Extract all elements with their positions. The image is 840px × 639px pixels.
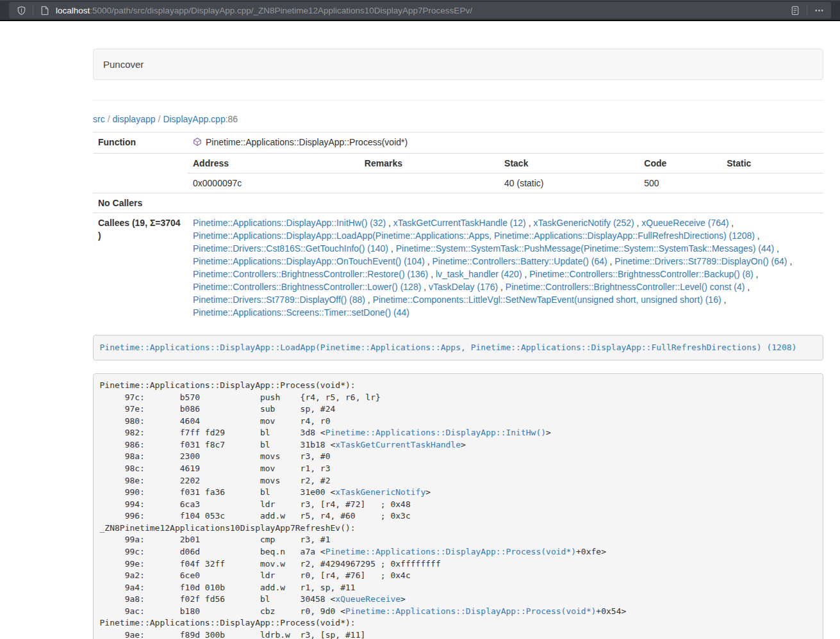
- app-title: Puncover: [103, 59, 144, 70]
- callee-separator: ,: [607, 256, 615, 266]
- code-symbol-link[interactable]: Pinetime::Applications::DisplayApp::Proc…: [325, 547, 576, 556]
- url-text: localhost:5000/path/src/displayapp/Displ…: [56, 6, 472, 15]
- function-stats-row: Address Remarks Stack Code Static 0x0000…: [93, 154, 823, 193]
- callees-list: Pinetime::Applications::DisplayApp::Init…: [188, 213, 823, 323]
- callee-separator: ,: [526, 218, 534, 228]
- callee-separator: ,: [745, 282, 750, 292]
- callee-separator: ,: [721, 295, 727, 305]
- callee-separator: ,: [522, 269, 530, 279]
- divider: [93, 100, 823, 101]
- page-icon[interactable]: [39, 4, 51, 16]
- address-value: 0x0000097c: [188, 174, 359, 193]
- callee-link[interactable]: xTaskGenericNotify (252): [533, 218, 634, 228]
- function-stats-table: Address Remarks Stack Code Static 0x0000…: [188, 154, 823, 193]
- code-value: 500: [639, 174, 721, 193]
- code-symbol-link[interactable]: xTaskGenericNotify: [335, 487, 425, 497]
- function-table: Function Pinetime::Applications::Display…: [93, 132, 823, 322]
- remarks-header: Remarks: [359, 154, 499, 174]
- callee-separator: ,: [729, 218, 734, 228]
- callee-separator: ,: [754, 269, 759, 279]
- breadcrumb-line-number: :86: [226, 114, 238, 124]
- breadcrumb-displayapp-link[interactable]: displayapp: [113, 114, 156, 124]
- callee-link[interactable]: Pinetime::Controllers::BrightnessControl…: [193, 269, 428, 279]
- breadcrumb: src/displayapp/DisplayApp.cpp:86: [93, 113, 823, 125]
- browser-toolbar: localhost:5000/path/src/displayapp/Displ…: [0, 0, 840, 21]
- callee-link[interactable]: xQueueReceive (764): [641, 218, 729, 228]
- code-symbol-link[interactable]: Pinetime::Applications::DisplayApp::Proc…: [345, 606, 596, 616]
- code-symbol-link[interactable]: Pinetime::Applications::DisplayApp::Init…: [325, 428, 546, 437]
- callee-link[interactable]: lv_task_handler (420): [436, 269, 522, 279]
- address-bar[interactable]: localhost:5000/path/src/displayapp/Displ…: [9, 2, 831, 19]
- callee-separator: ,: [421, 282, 429, 292]
- address-header: Address: [188, 154, 359, 174]
- breadcrumb-src-link[interactable]: src: [93, 114, 105, 124]
- callee-link[interactable]: xTaskGetCurrentTaskHandle (12): [393, 218, 526, 228]
- no-callers-label: No Callers: [93, 193, 188, 213]
- more-menu-icon[interactable]: [813, 4, 825, 16]
- function-row-label: Function: [93, 133, 188, 154]
- loadapp-link[interactable]: Pinetime::Applications::DisplayApp::Load…: [100, 343, 797, 352]
- breadcrumb-separator: /: [108, 114, 110, 124]
- package-cube-icon: [193, 137, 202, 150]
- remarks-value: [359, 174, 499, 193]
- callee-separator: ,: [787, 256, 793, 266]
- static-header: Static: [721, 154, 823, 174]
- code-header: Code: [639, 154, 721, 174]
- callee-separator: ,: [388, 243, 396, 254]
- callee-separator: ,: [634, 218, 642, 228]
- stack-header: Stack: [499, 154, 639, 174]
- callees-label: Callees (19, Σ=3704 ): [93, 213, 188, 323]
- breadcrumb-separator: /: [158, 114, 161, 124]
- shield-icon[interactable]: [15, 4, 27, 16]
- callees-row: Callees (19, Σ=3704 ) Pinetime::Applicat…: [93, 213, 823, 323]
- code-symbol-link[interactable]: xTaskGetCurrentTaskHandle: [335, 440, 461, 449]
- function-row: Function Pinetime::Applications::Display…: [93, 133, 823, 154]
- callee-link[interactable]: Pinetime::Applications::DisplayApp::Load…: [193, 231, 755, 241]
- no-callers-row: No Callers: [93, 193, 823, 213]
- callee-link[interactable]: Pinetime::Drivers::St7789::DisplayOn() (…: [614, 256, 787, 266]
- highlighted-callee-box: Pinetime::Applications::DisplayApp::Load…: [93, 335, 823, 360]
- callee-separator: ,: [774, 243, 779, 254]
- callee-link[interactable]: Pinetime::Controllers::Battery::Update()…: [432, 256, 607, 266]
- callee-link[interactable]: vTaskDelay (176): [429, 282, 498, 292]
- app-header-panel: Puncover: [93, 49, 823, 80]
- function-name: Pinetime::Applications::DisplayApp::Proc…: [206, 136, 408, 149]
- callee-link[interactable]: Pinetime::Drivers::St7789::DisplayOff() …: [193, 295, 365, 305]
- callee-link[interactable]: Pinetime::Applications::Screens::Timer::…: [193, 307, 409, 318]
- disassembly-listing: Pinetime::Applications::DisplayApp::Proc…: [93, 373, 823, 639]
- callee-link[interactable]: Pinetime::System::SystemTask::PushMessag…: [396, 243, 775, 254]
- toolbar-separator: [807, 5, 807, 15]
- static-value: [721, 174, 823, 193]
- callee-separator: ,: [498, 282, 506, 292]
- callee-link[interactable]: Pinetime::Controllers::BrightnessControl…: [506, 282, 745, 292]
- breadcrumb-file-link[interactable]: DisplayApp.cpp: [163, 114, 225, 124]
- callee-separator: ,: [428, 269, 436, 279]
- callee-separator: ,: [386, 218, 393, 228]
- empty-row-label: [93, 154, 188, 193]
- callee-link[interactable]: Pinetime::Components::LittleVgl::SetNewT…: [373, 295, 721, 305]
- callee-separator: ,: [755, 231, 760, 241]
- stats-header-row: Address Remarks Stack Code Static: [188, 154, 823, 174]
- callee-separator: ,: [365, 295, 373, 305]
- url-host: localhost: [56, 6, 90, 15]
- code-symbol-link[interactable]: xQueueReceive: [335, 594, 400, 604]
- url-path: :5000/path/src/displayapp/DisplayApp.cpp…: [90, 6, 472, 15]
- callee-link[interactable]: Pinetime::Drivers::Cst816S::GetTouchInfo…: [193, 243, 388, 254]
- callee-link[interactable]: Pinetime::Applications::DisplayApp::OnTo…: [193, 256, 425, 266]
- callee-separator: ,: [425, 256, 432, 266]
- reader-mode-icon[interactable]: [789, 4, 801, 16]
- callee-link[interactable]: Pinetime::Controllers::BrightnessControl…: [529, 269, 753, 279]
- stats-value-row: 0x0000097c 40 (static) 500: [188, 174, 823, 193]
- toolbar-separator: [33, 5, 33, 15]
- no-callers-value: [188, 193, 823, 213]
- callee-link[interactable]: Pinetime::Applications::DisplayApp::Init…: [193, 218, 386, 228]
- stack-value: 40 (static): [499, 174, 639, 193]
- page-content: Puncover src/displayapp/DisplayApp.cpp:8…: [93, 49, 823, 639]
- callee-link[interactable]: Pinetime::Controllers::BrightnessControl…: [193, 282, 421, 292]
